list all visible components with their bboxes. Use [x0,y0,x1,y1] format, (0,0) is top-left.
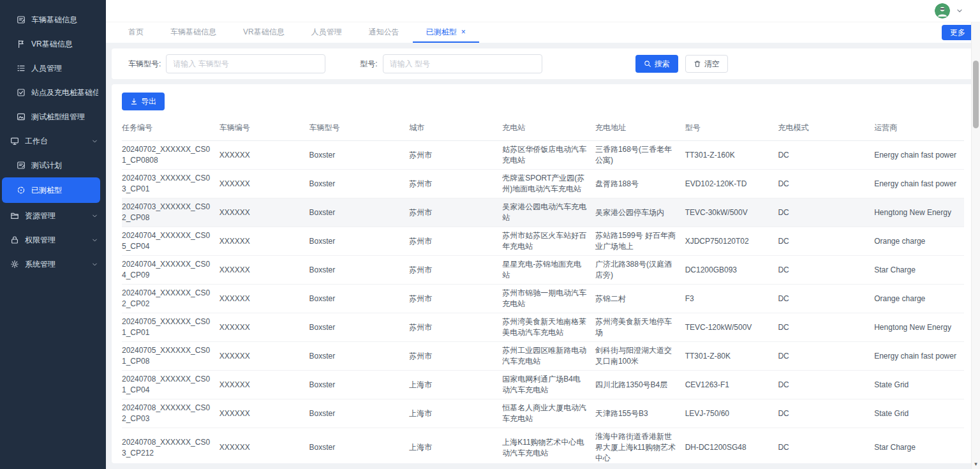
close-icon[interactable]: × [461,27,466,36]
table-cell: Boxster [309,227,410,256]
table-cell: 国家电网利通广场B4电动汽车充电站 [502,371,595,399]
sidebar-item-permission-management[interactable]: 权限管理 [0,228,106,252]
table-cell: 吴家港公园停车场内 [595,198,685,227]
table-cell: Energy chain fast power [874,170,964,198]
table-cell: XJDCP750120T02 [685,227,778,256]
table-cell: 三香路168号(三香老年公寓) [595,141,685,170]
scrollbar-down-arrow-icon[interactable]: ▾ [972,461,980,467]
tab-vehicle-basic-info[interactable]: 车辆基础信息 [157,23,230,43]
table-row[interactable]: 20240705_XXXXXX_CS01_CP01XXXXXXBoxster苏州… [122,313,964,342]
table-cell: DH-DC1200SG48 [685,428,778,464]
table-row[interactable]: 20240708_XXXXXX_CS02_CP03XXXXXXBoxster上海… [122,399,964,428]
table-cell: 天津路155号B3 [595,399,685,428]
table-cell: 苏州市 [409,342,502,371]
table-cell: 苏州市姑苏区火车站好百年充电站 [502,227,595,256]
table-cell: Boxster [309,428,410,464]
table-cell: 苏站路1599号 好百年商业广场地上 [595,227,685,256]
export-button[interactable]: 导出 [122,93,165,110]
sidebar-item-label: 测试计划 [31,160,98,171]
table-cell: XXXXXX [219,428,309,464]
image-icon [17,112,26,121]
chevron-down-icon[interactable] [956,7,963,15]
table-row[interactable]: 20240704_XXXXXX_CS02_CP02XXXXXXBoxster苏州… [122,285,964,313]
table-cell: XXXXXX [219,285,309,313]
model-label: 型号: [360,59,377,70]
tab-tested-pile-type[interactable]: 已测桩型× [413,23,479,43]
sidebar-item-label: 人员管理 [31,63,98,74]
table-cell: Boxster [309,399,410,428]
table-row[interactable]: 20240708_XXXXXX_CS03_CP212XXXXXXBoxster上… [122,428,964,464]
tab-personnel-management[interactable]: 人员管理 [298,23,355,43]
sidebar-item-vr-basic-info[interactable]: VR基础信息 [0,32,106,56]
table-cell: 20240704_XXXXXX_CS02_CP02 [122,285,219,313]
column-header: 城市 [409,119,502,141]
table-row[interactable]: 20240702_XXXXXX_CS01_CP0808XXXXXXBoxster… [122,141,964,170]
tab-notice[interactable]: 通知公告 [355,23,413,43]
more-button[interactable]: 更多 [942,25,974,40]
download-icon [130,98,138,105]
table-cell: 广济北路388号(汉庭酒店旁) [595,256,685,285]
table-row[interactable]: 20240705_XXXXXX_CS01_CP08XXXXXXBoxster苏州… [122,342,964,371]
sidebar-item-personnel-management[interactable]: 人员管理 [0,56,106,80]
table-cell: Boxster [309,256,410,285]
gear-icon [10,260,19,269]
table-cell: DC [778,342,874,371]
table-cell: Orange charge [874,285,964,313]
vertical-scrollbar[interactable]: ▾ [971,22,980,469]
table-cell: Star Charge [874,256,964,285]
sidebar-item-test-plan[interactable]: 测试计划 [0,153,106,177]
table-row[interactable]: 20240704_XXXXXX_CS04_CP09XXXXXXBoxster苏州… [122,256,964,285]
table-cell: Hengtong New Energy [874,313,964,342]
table-row[interactable]: 20240708_XXXXXX_CS01_CP04XXXXXXBoxster上海… [122,371,964,399]
table-row[interactable]: 20240703_XXXXXX_CS02_CP08XXXXXXBoxster苏州… [122,198,964,227]
check-square-icon [17,88,26,97]
table-cell: 苏州市 [409,227,502,256]
top-header [106,0,980,22]
vehicle-model-label: 车辆型号: [128,59,161,70]
table-cell: 20240708_XXXXXX_CS02_CP03 [122,399,219,428]
form-icon [17,15,26,24]
tab-vr-basic-info[interactable]: VR基础信息 [230,23,298,43]
table-cell: DC [778,399,874,428]
model-input[interactable] [383,54,542,73]
table-cell: TT301-Z-80K [685,342,778,371]
tab-label: 已测桩型 [426,27,457,36]
sidebar-item-vehicle-basic-info[interactable]: 车辆基础信息 [0,8,106,32]
chevron-down-icon [91,212,98,220]
table-cell: 恒基名人商业大厦电动汽车充电站 [502,399,595,428]
table-row[interactable]: 20240704_XXXXXX_CS05_CP04XXXXXXBoxster苏州… [122,227,964,256]
results-table: 任务编号车辆编号车辆型号城市充电站充电地址型号充电模式运营商 20240702_… [122,119,964,463]
table-cell: DC1200GB093 [685,256,778,285]
clear-button-label: 清空 [704,59,720,70]
tab-label: 车辆基础信息 [170,27,216,36]
sidebar-item-system-management[interactable]: 系统管理 [0,252,106,276]
vehicle-model-input[interactable] [166,54,325,73]
scrollbar-thumb[interactable] [973,61,979,128]
user-avatar[interactable] [935,3,950,19]
table-cell: Boxster [309,342,410,371]
sidebar-item-test-pile-group-management[interactable]: 测试桩型组管理 [0,105,106,129]
table-header-row: 任务编号车辆编号车辆型号城市充电站充电地址型号充电模式运营商 [122,119,964,141]
sidebar-item-label: 已测桩型 [31,185,93,196]
table-cell: DC [778,198,874,227]
search-button[interactable]: 搜索 [635,55,678,73]
sidebar-item-label: 车辆基础信息 [31,15,98,26]
clear-button[interactable]: 清空 [685,55,728,73]
table-cell: 姑苏区华侨饭店电动汽车充电站 [502,141,595,170]
column-header: 充电地址 [595,119,685,141]
table-cell: Energy chain fast power [874,342,964,371]
results-panel: 导出 任务编号车辆编号车辆型号城市充电站充电地址型号充电模式运营商 202407… [112,84,974,463]
table-cell: XXXXXX [219,256,309,285]
sidebar-item-station-pile-basic-info[interactable]: 站点及充电桩基础信息 [0,80,106,105]
table-cell: Hengtong New Energy [874,198,964,227]
desktop-icon [10,137,19,145]
sidebar-item-resource-management[interactable]: 资源管理 [0,204,106,228]
table-cell: DC [778,428,874,464]
table-cell: 四川北路1350号B4层 [595,371,685,399]
sidebar-item-workbench[interactable]: 工作台 [0,129,106,153]
content-area: 车辆型号: 型号: 搜索 清空 导出 任务编号车辆编号车辆型号城市 [106,43,980,469]
tab-home[interactable]: 首页 [115,23,157,43]
sidebar-item-label: 资源管理 [25,211,91,221]
sidebar-item-tested-pile-type[interactable]: 已测桩型 [2,177,100,203]
table-row[interactable]: 20240703_XXXXXX_CS03_CP01XXXXXXBoxster苏州… [122,170,964,198]
